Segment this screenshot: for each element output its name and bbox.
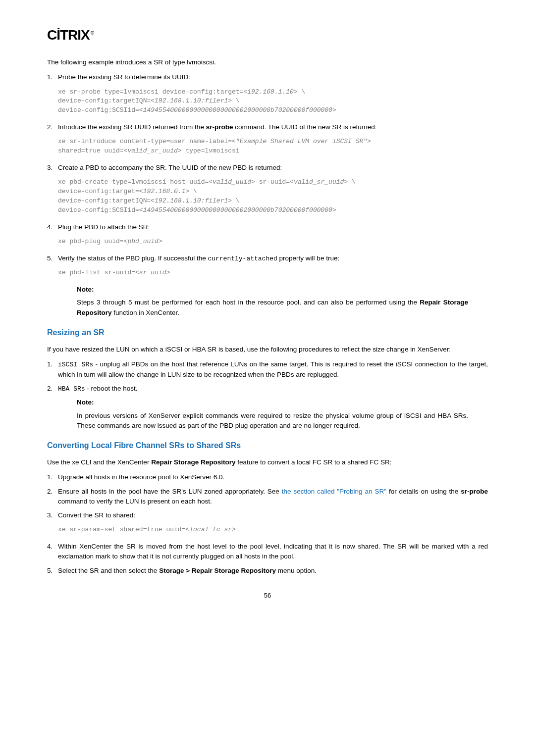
resizing-step-2-text: - reboot the host. (85, 385, 138, 392)
converting-step-3-text: Convert the SR to shared: (58, 511, 135, 519)
code-block-1: xe sr-probe type=lvmoiscsi device-config… (58, 88, 488, 116)
step-4-num: 4. (47, 222, 53, 232)
resizing-step-1-text: - unplug all PBDs on the host that refer… (58, 360, 488, 378)
converting-step-5-text-a: Select the SR and then select the (58, 567, 159, 574)
code-block-6: xe sr-param-set shared=true uuid=<local_… (58, 525, 488, 535)
converting-step-1: 1. Upgrade all hosts in the resource poo… (47, 472, 488, 482)
step-5-text-b: property will be true: (277, 254, 339, 262)
code-block-5: xe pbd-list sr-uuid=<sr_uuid> (58, 268, 488, 278)
resizing-step-1-num: 1. (47, 359, 53, 369)
step-5: 5. Verify the status of the PBD plug. If… (47, 253, 488, 264)
converting-step-4-num: 4. (47, 542, 53, 552)
note-2: Note: In previous versions of XenServer … (77, 398, 468, 431)
converting-step-2-bold: sr-probe (461, 488, 488, 495)
step-3: 3. Create a PBD to accompany the SR. The… (47, 163, 488, 173)
step-5-num: 5. (47, 253, 53, 263)
converting-step-1-num: 1. (47, 472, 53, 482)
converting-title: Converting Local Fibre Channel SRs to Sh… (47, 440, 488, 452)
note-1-body: Steps 3 through 5 must be performed for … (77, 298, 468, 318)
step-2-text-b: command. The UUID of the new SR is retur… (233, 123, 376, 131)
converting-step-4: 4. Within XenCenter the SR is moved from… (47, 542, 488, 562)
code-block-2: xe sr-introduce content-type=user name-l… (58, 137, 488, 156)
converting-step-2-num: 2. (47, 487, 53, 497)
note-1: Note: Steps 3 through 5 must be performe… (77, 285, 468, 318)
logo: CİTRIX® (47, 25, 488, 46)
step-1-text: Probe the existing SR to determine its U… (58, 73, 190, 81)
resizing-title: Resizing an SR (47, 327, 488, 339)
step-2: 2. Introduce the existing SR UUID return… (47, 122, 488, 132)
intro-paragraph: The following example introduces a SR of… (47, 57, 488, 67)
step-5-text-a: Verify the status of the PBD plug. If su… (58, 254, 208, 262)
step-3-num: 3. (47, 163, 53, 173)
converting-step-2-text-c: command to verify the LUN is present on … (58, 498, 212, 505)
resizing-step-2-code: HBA SRs (58, 385, 85, 393)
converting-step-3: 3. Convert the SR to shared: (47, 510, 488, 520)
probing-sr-link[interactable]: the section called "Probing an SR" (282, 488, 386, 495)
code-block-4: xe pbd-plug uuid=<pbd_uuid> (58, 237, 488, 247)
converting-step-4-text: Within XenCenter the SR is moved from th… (58, 543, 488, 560)
resizing-step-2-num: 2. (47, 384, 53, 394)
step-1: 1. Probe the existing SR to determine it… (47, 72, 488, 82)
converting-intro: Use the xe CLI and the XenCenter Repair … (47, 457, 488, 467)
converting-step-2: 2. Ensure all hosts in the pool have the… (47, 487, 488, 507)
step-5-code: currently-attached (208, 255, 277, 262)
note-2-body: In previous versions of XenServer explic… (77, 411, 468, 431)
step-1-num: 1. (47, 72, 53, 82)
code-block-3: xe pbd-create type=lvmoiscsi host-uuid=<… (58, 178, 488, 215)
resizing-step-1-code: iSCSI SRs (58, 361, 93, 368)
converting-step-1-text: Upgrade all hosts in the resource pool t… (58, 473, 224, 481)
converting-step-3-num: 3. (47, 510, 53, 520)
step-2-text-a: Introduce the existing SR UUID returned … (58, 123, 206, 131)
step-2-bold: sr-probe (206, 123, 233, 131)
resizing-step-2: 2. HBA SRs - reboot the host. (47, 384, 488, 394)
step-3-text: Create a PBD to accompany the SR. The UU… (58, 164, 282, 171)
converting-step-5-num: 5. (47, 566, 53, 576)
note-2-label: Note: (77, 398, 468, 407)
step-2-num: 2. (47, 122, 53, 132)
step-4-text: Plug the PBD to attach the SR: (58, 223, 150, 231)
resizing-intro: If you have resized the LUN on which a i… (47, 345, 488, 354)
page-number: 56 (47, 591, 488, 601)
resizing-step-1: 1. iSCSI SRs - unplug all PBDs on the ho… (47, 359, 488, 380)
note-1-label: Note: (77, 285, 468, 295)
converting-step-2-text-b: for details on using the (386, 488, 461, 495)
converting-step-2-text-a: Ensure all hosts in the pool have the SR… (58, 488, 282, 495)
converting-step-5-bold: Storage > Repair Storage Repository (159, 567, 276, 574)
converting-step-5-text-b: menu option. (276, 567, 317, 574)
converting-step-5: 5. Select the SR and then select the Sto… (47, 566, 488, 576)
step-4: 4. Plug the PBD to attach the SR: (47, 222, 488, 232)
